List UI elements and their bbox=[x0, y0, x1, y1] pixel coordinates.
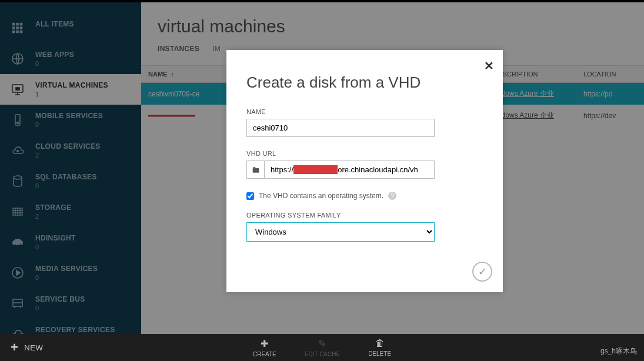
name-label: NAME bbox=[246, 108, 483, 115]
delete-button[interactable]: 🗑 DELETE bbox=[368, 338, 391, 357]
os-family-label: OPERATING SYSTEM FAMILY bbox=[246, 212, 483, 219]
os-checkbox[interactable] bbox=[246, 192, 254, 200]
plus-icon: ✚ bbox=[261, 338, 268, 349]
edit-cache-button: ✎ EDIT CACHE bbox=[305, 338, 340, 357]
create-button[interactable]: ✚ CREATE bbox=[253, 338, 276, 357]
name-input[interactable] bbox=[246, 119, 435, 137]
os-family-select[interactable]: Windows bbox=[246, 222, 435, 242]
browse-icon[interactable] bbox=[246, 161, 264, 179]
close-button[interactable]: ✕ bbox=[484, 59, 494, 73]
confirm-button[interactable]: ✓ bbox=[472, 262, 492, 282]
vhd-url-input[interactable]: https://redactedblobore.chinacloudapi.cn… bbox=[264, 161, 435, 179]
plus-icon: + bbox=[11, 340, 18, 355]
vhd-url-label: VHD URL bbox=[246, 150, 483, 157]
pencil-icon: ✎ bbox=[318, 338, 326, 349]
new-button[interactable]: + NEW bbox=[11, 340, 43, 355]
os-checkbox-label: The VHD contains an operating system. bbox=[259, 192, 383, 200]
trash-icon: 🗑 bbox=[375, 338, 385, 349]
svg-rect-26 bbox=[252, 168, 259, 173]
create-disk-modal: ✕ Create a disk from a VHD NAME VHD URL … bbox=[226, 50, 503, 292]
modal-title: Create a disk from a VHD bbox=[246, 73, 483, 92]
watermark: gs_h啄木鸟 bbox=[600, 346, 637, 356]
bottom-bar: + NEW ✚ CREATE ✎ EDIT CACHE 🗑 DELETE bbox=[0, 334, 644, 361]
help-icon[interactable]: ? bbox=[388, 192, 396, 200]
